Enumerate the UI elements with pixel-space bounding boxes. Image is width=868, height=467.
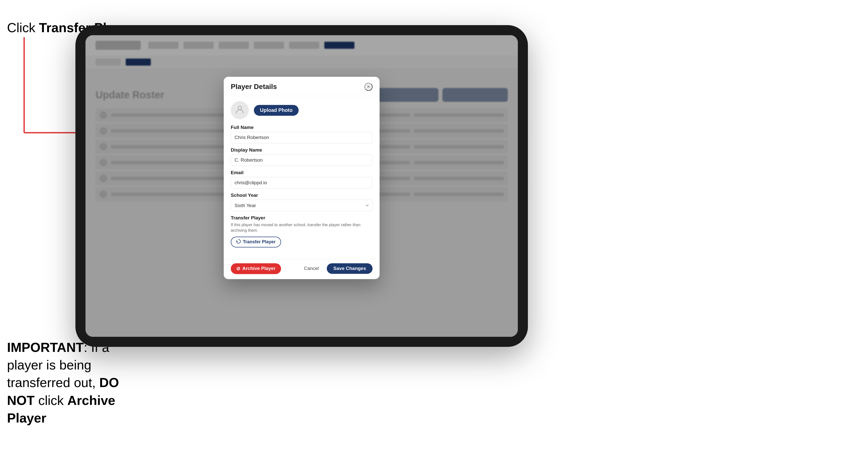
- modal-header: Player Details ×: [224, 77, 379, 96]
- save-changes-button[interactable]: Save Changes: [327, 263, 373, 274]
- instruction-bottom: IMPORTANT: If a player is being transfer…: [7, 339, 148, 427]
- user-icon: [235, 104, 244, 116]
- archive-player-button[interactable]: ⊘ Archive Player: [231, 263, 281, 274]
- transfer-icon: [236, 239, 241, 245]
- display-name-label: Display Name: [231, 147, 373, 153]
- modal-title: Player Details: [231, 83, 277, 91]
- email-label: Email: [231, 170, 373, 176]
- full-name-label: Full Name: [231, 125, 373, 130]
- player-details-modal: Player Details × Upload Photo: [224, 77, 379, 279]
- transfer-button-label: Transfer Player: [243, 239, 276, 245]
- display-name-field: Display Name: [231, 147, 373, 166]
- tablet-device: Update Roster: [75, 25, 528, 347]
- instruction-prefix: Click: [7, 20, 39, 35]
- upload-photo-button[interactable]: Upload Photo: [254, 105, 299, 116]
- school-year-label: School Year: [231, 192, 373, 198]
- archive-icon: ⊘: [236, 266, 240, 272]
- email-input[interactable]: [231, 177, 373, 188]
- school-year-field: School Year First Year Second Year Third…: [231, 192, 373, 211]
- school-year-select[interactable]: First Year Second Year Third Year Fourth…: [231, 199, 373, 211]
- avatar: [231, 101, 249, 119]
- instruction-text2: click: [35, 393, 67, 408]
- modal-footer: ⊘ Archive Player Cancel Save Changes: [224, 259, 379, 279]
- email-field-container: Email: [231, 170, 373, 188]
- modal-close-button[interactable]: ×: [365, 83, 373, 91]
- svg-point-3: [238, 106, 242, 110]
- transfer-section-title: Transfer Player: [231, 215, 373, 221]
- footer-right-actions: Cancel Save Changes: [300, 263, 373, 274]
- full-name-input[interactable]: [231, 132, 373, 143]
- transfer-section: Transfer Player If this player has moved…: [231, 215, 373, 247]
- transfer-description: If this player has moved to another scho…: [231, 222, 373, 234]
- full-name-field: Full Name: [231, 125, 373, 143]
- important-label: IMPORTANT: [7, 340, 84, 355]
- transfer-player-button[interactable]: Transfer Player: [231, 237, 281, 247]
- cancel-button[interactable]: Cancel: [300, 263, 323, 274]
- archive-button-label: Archive Player: [242, 266, 276, 272]
- display-name-input[interactable]: [231, 154, 373, 166]
- modal-body: Upload Photo Full Name Display Name Emai…: [224, 96, 379, 259]
- tablet-screen: Update Roster: [86, 35, 518, 337]
- avatar-section: Upload Photo: [231, 101, 373, 119]
